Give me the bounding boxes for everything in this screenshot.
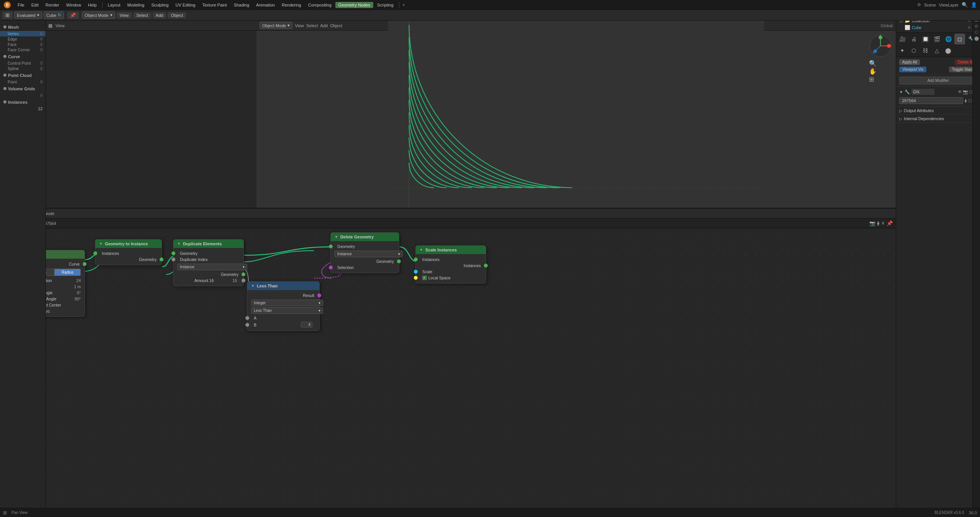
menu-render[interactable]: Render: [42, 2, 62, 8]
object-mode-dropdown[interactable]: Object Mode ▾: [82, 11, 115, 19]
face-row[interactable]: Face 0: [0, 42, 46, 47]
scale-scale-socket[interactable]: [414, 270, 418, 274]
add-modifier-button[interactable]: Add Modifier: [899, 77, 977, 85]
prop-tab-physics[interactable]: ⬡: [908, 45, 919, 56]
instances-row[interactable]: 12: [0, 106, 46, 111]
tab-layout[interactable]: Layout: [105, 2, 124, 8]
collection-item-cube[interactable]: ⬜ Cube 👁 🖨: [898, 24, 978, 31]
dup-amount-socket[interactable]: [242, 279, 245, 282]
tab-sculpting[interactable]: Sculpting: [148, 2, 172, 8]
gn-eye-icon[interactable]: 👁: [958, 90, 962, 95]
viewport-gizmo[interactable]: Y X Z 🔍 ✋ ⊞: [869, 34, 892, 65]
dup-selection-socket[interactable]: [172, 258, 175, 261]
prop-tab-world[interactable]: 🌐: [943, 34, 954, 44]
lessthan-result-socket[interactable]: [317, 294, 321, 297]
viewport-vis-button[interactable]: Viewport Vis: [899, 67, 926, 72]
grid-view-icon[interactable]: ⊞: [869, 76, 892, 83]
user-prefs-icon[interactable]: 👤: [971, 2, 977, 8]
viewport-view[interactable]: View: [117, 12, 132, 18]
duplicate-elements-node[interactable]: ▼ Duplicate Elements Geometry Duplicate …: [173, 239, 244, 286]
tab-animation[interactable]: Animation: [253, 2, 278, 8]
viewlayer-label[interactable]: ViewLayer: [939, 3, 959, 7]
prop-tab-object[interactable]: ◻: [954, 34, 965, 44]
viewport-select[interactable]: Select: [133, 12, 151, 18]
spline-row[interactable]: Spline 0: [0, 66, 46, 71]
tab-uv-editing[interactable]: UV Editing: [172, 2, 198, 8]
viewport-add[interactable]: Add: [153, 12, 167, 18]
edge-row[interactable]: Edge 0: [0, 36, 46, 42]
toolbar-layout-icon[interactable]: ⊞: [2, 11, 13, 19]
tab-rendering[interactable]: Rendering: [279, 2, 304, 8]
prop-tab-output[interactable]: 🖨: [908, 34, 919, 44]
scale-inst-input-socket[interactable]: [414, 258, 418, 261]
tab-modeling[interactable]: Modeling: [124, 2, 148, 8]
menu-file[interactable]: File: [15, 2, 28, 8]
arc-curve-socket[interactable]: [83, 262, 87, 266]
vertex-row[interactable]: Vertex 0: [0, 31, 46, 36]
search-global-icon[interactable]: 🔍: [962, 2, 968, 8]
lessthan-type-dropdown[interactable]: Integer ▾: [251, 300, 323, 306]
output-attributes-header[interactable]: ▷ Output Attributes: [899, 108, 977, 113]
node-layer-icon[interactable]: ⧫: [877, 220, 879, 226]
gn-frame-input[interactable]: [899, 97, 963, 104]
geo-instance-geo-socket[interactable]: [160, 258, 163, 261]
internal-deps-header[interactable]: ▷ Internal Dependencies: [899, 116, 977, 121]
object-dropdown[interactable]: Cube ↻: [44, 11, 64, 19]
menu-help[interactable]: Help: [85, 2, 100, 8]
scene-label[interactable]: Scene: [924, 3, 936, 7]
tab-texture-paint[interactable]: Texture Paint: [199, 2, 230, 8]
gn-copy-icon[interactable]: ⧫: [965, 98, 967, 103]
prop-tab-scene[interactable]: 🎬: [931, 34, 942, 44]
node-close-frame[interactable]: ✕: [881, 220, 885, 226]
arc-tab-radius[interactable]: Radius: [54, 269, 81, 276]
pin-icon[interactable]: 📌: [67, 12, 79, 19]
face-corner-row[interactable]: Face Corner 0: [0, 47, 46, 52]
prop-tab-render[interactable]: 🎥: [897, 34, 908, 44]
dup-geo-out-socket[interactable]: [242, 272, 245, 276]
apply-all-button[interactable]: Apply All: [899, 59, 920, 65]
node-camera-icon[interactable]: 📷: [869, 220, 875, 226]
tab-scripting[interactable]: Scripting: [374, 2, 397, 8]
lessthan-a-socket[interactable]: [245, 316, 249, 320]
geo-instance-instances-socket[interactable]: [93, 251, 97, 255]
tab-shading[interactable]: Shading: [231, 2, 252, 8]
del-selection-socket[interactable]: [329, 266, 333, 269]
less-than-node[interactable]: ▼ Less Than Result Integer ▾ Less Than ▾: [247, 281, 320, 331]
node-pin-frame[interactable]: 📌: [887, 220, 893, 226]
tab-compositing[interactable]: Compositing: [305, 2, 335, 8]
far-right-icon-5[interactable]: ⬤: [974, 36, 979, 41]
viewport-area[interactable]: Object Mode ▾ View Select Add Object Glo…: [256, 21, 896, 238]
del-mode-dropdown[interactable]: Instance ▾: [335, 251, 403, 257]
gn-name-input[interactable]: [911, 89, 934, 95]
control-point-row[interactable]: Control Point 0: [0, 60, 46, 66]
geo-to-instance-node[interactable]: ▼ Geometry to Instance Instances Geometr…: [95, 239, 162, 265]
menu-window[interactable]: Window: [63, 2, 84, 8]
del-geo-out-socket[interactable]: [397, 259, 401, 263]
far-right-icon-4[interactable]: ⬡: [975, 30, 978, 35]
prop-tab-data[interactable]: △: [931, 45, 942, 56]
gn-camera-icon[interactable]: 📷: [963, 90, 968, 95]
menu-edit[interactable]: Edit: [28, 2, 42, 8]
scale-inst-out-socket[interactable]: [484, 264, 488, 267]
prop-tab-particles[interactable]: ✦: [897, 45, 908, 56]
dup-geometry-socket[interactable]: [172, 251, 175, 255]
gn-link-icon[interactable]: ⬡: [968, 98, 972, 103]
node-canvas[interactable]: ▼ Arc Curve Points Radius Resolution: [0, 228, 896, 508]
prop-tab-material[interactable]: ⬤: [943, 45, 954, 56]
spreadsheet-view-label[interactable]: View: [56, 23, 65, 28]
scale-instances-node[interactable]: ▼ Scale Instances Instances Instances Sc…: [415, 245, 486, 284]
far-right-icon-3[interactable]: ⊙: [975, 24, 978, 29]
prop-tab-view[interactable]: 🔲: [920, 34, 931, 44]
tab-geometry-nodes[interactable]: Geometry Nodes: [335, 2, 373, 8]
lessthan-op-dropdown[interactable]: Less Than ▾: [251, 307, 323, 314]
scale-localspace-socket[interactable]: [414, 276, 418, 280]
hand-icon[interactable]: ✋: [869, 68, 892, 75]
search-viewport-icon[interactable]: 🔍: [869, 60, 892, 67]
prop-tab-constraints[interactable]: ⛓: [920, 45, 931, 56]
point-row[interactable]: Point 0: [0, 79, 46, 85]
local-space-checkbox[interactable]: ✓: [422, 276, 427, 280]
delete-geometry-node[interactable]: ▼ Delete Geometry Geometry Instance ▾ Ge…: [330, 232, 399, 273]
evaluated-dropdown[interactable]: Evaluated ▾: [14, 11, 42, 19]
viewport-object[interactable]: Object: [168, 12, 186, 18]
lessthan-b-socket[interactable]: [245, 323, 249, 327]
